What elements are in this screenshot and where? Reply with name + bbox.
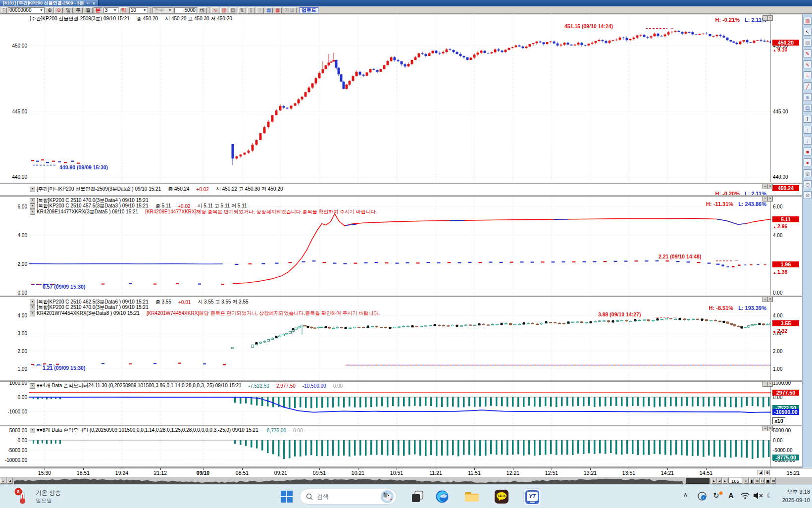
weather-day: 일요일: [36, 497, 61, 505]
axis-tick: [397, 468, 397, 470]
scroll-page-right-button[interactable]: ▸: [722, 478, 727, 484]
collapse-button[interactable]: ▾: [30, 187, 35, 192]
pencil-icon[interactable]: ✎: [804, 50, 812, 57]
night-light-icon[interactable]: ☾: [766, 491, 773, 499]
axis-tick: [83, 468, 84, 470]
panel-divider[interactable]: [0, 425, 802, 426]
time-label: 12:21: [507, 470, 519, 476]
file-explorer-button[interactable]: [464, 489, 480, 505]
panel-close-button[interactable]: ×: [767, 426, 773, 431]
arrow-up-icon[interactable]: ↑: [804, 126, 812, 134]
search-highlight-image[interactable]: [381, 490, 394, 503]
panel-divider[interactable]: [0, 195, 802, 197]
header-segment: ♥♥8개 Data 손익모니터 (0,20250909,101500,0,0,1…: [37, 427, 258, 434]
edge-browser-button[interactable]: [434, 489, 450, 505]
scrollbar-handle[interactable]: ≡: [0, 478, 6, 484]
low-pct: L: 243.86%: [738, 201, 766, 207]
axis-label-left: 4.00: [0, 313, 27, 318]
task-view-button[interactable]: [409, 489, 425, 505]
scroll-page-left-button[interactable]: ◂: [717, 478, 722, 484]
task-view-icon: [411, 490, 424, 503]
axis-zoom-icon[interactable]: ⊕: [764, 470, 770, 475]
axis-label-left: -5000.00: [0, 448, 27, 453]
zigzag-icon[interactable]: ≈: [804, 71, 812, 79]
cursor-icon[interactable]: ↖: [804, 28, 812, 36]
collapse-button[interactable]: ▾: [30, 311, 35, 316]
visible-bar-count: 185: [728, 478, 742, 484]
close-range-icon[interactable]: ⊠: [771, 478, 776, 484]
scrollbar-thumb[interactable]: [686, 478, 710, 484]
zoom-out-icon[interactable]: ⊖: [760, 478, 765, 484]
trading-app-button[interactable]: YT: [523, 488, 541, 506]
time-label: 09/10: [197, 470, 209, 476]
high-low-label: H: -8.51%L: 193.39%: [596, 305, 766, 311]
collapse-button[interactable]: ▾: [30, 383, 35, 389]
volume-muted-icon[interactable]: [753, 491, 763, 500]
wifi-icon[interactable]: [740, 492, 750, 500]
series-line: [717, 219, 746, 225]
square-icon[interactable]: ■: [804, 148, 812, 155]
weather-widget[interactable]: 8 기온 상승 일요일: [14, 488, 61, 506]
panel-close-button[interactable]: ×: [767, 15, 773, 21]
start-button[interactable]: [279, 489, 295, 505]
axis-tick: [242, 468, 243, 470]
scroll-left-button[interactable]: ◂: [7, 478, 13, 484]
header-segment: 종 450.20: [137, 15, 158, 22]
axis-label-right: 445.00: [773, 109, 788, 114]
hatch-icon[interactable]: ▨: [804, 39, 812, 47]
search-icon: [306, 493, 313, 500]
taskbar-search[interactable]: 검색: [300, 489, 397, 505]
price-box: ▲ 1.36: [772, 269, 799, 275]
axis-scale-icon[interactable]: ◢: [758, 470, 763, 475]
grid-icon[interactable]: ▤: [804, 104, 812, 112]
panel-close-button[interactable]: ×: [767, 184, 773, 189]
price-value: 1.36: [777, 269, 787, 275]
panel-divider[interactable]: [0, 380, 802, 382]
price-value: 2.96: [777, 223, 787, 229]
axis-tick: [552, 468, 552, 470]
lines-icon[interactable]: ≡: [804, 93, 812, 101]
chart-annotation: 440.90 (09/09 15:30): [59, 164, 108, 170]
ime-language-icon[interactable]: A: [728, 491, 734, 500]
header-segment: 시 3.55 고 3.55 저 3.55: [198, 299, 248, 305]
tray-info-icon[interactable]: i: [697, 491, 707, 501]
dot-icon[interactable]: ●: [804, 158, 812, 166]
arrow-down-icon[interactable]: ↓: [804, 137, 812, 145]
fit-icon[interactable]: ▣: [765, 478, 770, 484]
series-line: [233, 214, 771, 284]
panel-main-plot[interactable]: [29, 14, 771, 182]
circle-icon[interactable]: ◎: [804, 169, 812, 177]
collapse-button[interactable]: ▾: [30, 209, 35, 215]
axis-tick: [45, 468, 45, 470]
contrast-icon[interactable]: ◐: [744, 478, 749, 484]
wave-icon[interactable]: ∿: [804, 60, 812, 68]
text-icon[interactable]: T: [804, 115, 812, 123]
yt-label: YT: [529, 493, 536, 499]
header-segment: ♥♥4개 Data 손익모니터24.11.30 (0,20250909,1015…: [37, 382, 242, 389]
candles-icon[interactable]: ▥: [804, 17, 812, 25]
panel-divider[interactable]: [0, 183, 802, 184]
panel-close-button[interactable]: ×: [767, 196, 773, 202]
kakaotalk-button[interactable]: TALK: [494, 489, 509, 505]
clock-icon[interactable]: ◷: [804, 180, 812, 188]
panel-close-button[interactable]: ×: [767, 297, 773, 302]
trendline-icon[interactable]: ╱: [804, 82, 812, 90]
collapse-button[interactable]: ▾: [30, 203, 35, 209]
collapse-button[interactable]: ▾: [30, 305, 35, 310]
scroll-step-right-button[interactable]: ▸: [711, 478, 716, 484]
panel-header-row: ▾♥♥8개 Data 손익모니터 (0,20250909,101500,0,0,…: [30, 427, 309, 434]
marker-icon[interactable]: ▮: [749, 478, 754, 484]
tray-sync-icon[interactable]: ↻: [713, 491, 719, 500]
taskbar-clock[interactable]: 오후 3:18 2025-09-10: [772, 488, 810, 505]
zoom-in-icon[interactable]: ⊕: [755, 478, 760, 484]
axis-tick: [706, 468, 707, 470]
panel-divider[interactable]: [0, 296, 802, 297]
trading-app-window: [6101] [주간]KP200 선물연결-2509 - 3분 ‹› × ⋮ 0…: [0, 0, 812, 508]
axis-label-left: 5000.00: [0, 428, 27, 433]
delete-icon[interactable]: ⊘: [804, 191, 812, 199]
panel-close-button[interactable]: ×: [767, 381, 773, 387]
low-pct: L: 193.39%: [738, 305, 766, 311]
axis-label-right: 1.00: [773, 366, 782, 372]
tray-chevron-icon[interactable]: ∧: [683, 491, 688, 498]
collapse-button[interactable]: ▾: [30, 428, 35, 433]
